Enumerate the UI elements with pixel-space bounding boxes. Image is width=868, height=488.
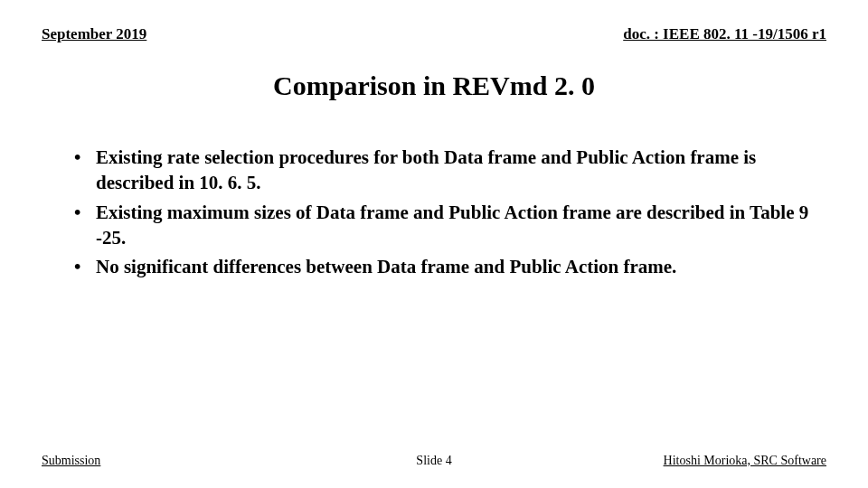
bullet-item: Existing rate selection procedures for b…: [71, 145, 814, 196]
slide: September 2019 doc. : IEEE 802. 11 -19/1…: [0, 0, 868, 488]
bullet-list: Existing rate selection procedures for b…: [71, 145, 814, 280]
footer-center: Slide 4: [416, 454, 451, 468]
bullet-item: No significant differences between Data …: [71, 254, 814, 279]
slide-body: Existing rate selection procedures for b…: [71, 145, 814, 284]
footer-right: Hitoshi Morioka, SRC Software: [664, 454, 826, 468]
header-date: September 2019: [42, 25, 146, 43]
footer-left: Submission: [42, 454, 100, 468]
header-docref: doc. : IEEE 802. 11 -19/1506 r1: [623, 25, 826, 43]
slide-title: Comparison in REVmd 2. 0: [0, 70, 868, 101]
slide-header: September 2019 doc. : IEEE 802. 11 -19/1…: [42, 25, 826, 43]
bullet-item: Existing maximum sizes of Data frame and…: [71, 200, 814, 251]
slide-footer: Submission Slide 4 Hitoshi Morioka, SRC …: [42, 454, 826, 468]
